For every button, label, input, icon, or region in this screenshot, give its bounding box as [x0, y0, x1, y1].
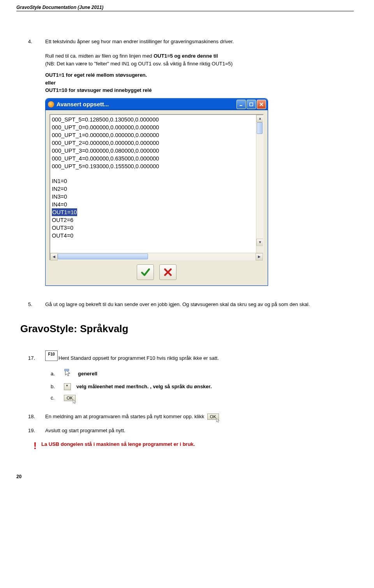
step-17a: a. generell	[51, 369, 354, 379]
list-item[interactable]: IN2=0	[52, 185, 262, 193]
list-item[interactable]: 000_UPT_5=0.193000,0.155500,0.000000	[52, 162, 262, 170]
list-item[interactable]: IN3=0	[52, 193, 262, 201]
list-item[interactable]: IN1=0	[52, 177, 262, 185]
doc-header: GravoStyle Documentation (June 2011)	[16, 5, 354, 11]
avansert-oppsett-window: Avansert oppsett... 000_SPT_5=0	[45, 98, 268, 286]
maximize-button[interactable]	[247, 100, 256, 109]
svg-rect-0	[240, 105, 242, 106]
warning-icon: !	[34, 441, 38, 451]
list-item[interactable]: OUT2=6	[52, 216, 262, 224]
rull-paragraph: Rull ned til ca. midten av filen og finn…	[45, 52, 354, 67]
window-titlebar[interactable]: Avansert oppsett...	[46, 99, 268, 110]
step-19-number: 19.	[28, 428, 38, 433]
ok-button-icon: OK	[64, 395, 76, 401]
sub-c-letter: c.	[51, 395, 58, 401]
scroll-up-button[interactable]: ▲	[256, 115, 263, 122]
step-17b: b. velg måleenhet med mer/Inch. , velg s…	[51, 383, 354, 390]
cursor-icon	[215, 418, 221, 424]
rull-line2: (NB: Det kan være to "felter" med IN1 og…	[45, 61, 233, 67]
cancel-button[interactable]	[159, 264, 176, 280]
scroll-thumb-horizontal[interactable]	[58, 254, 148, 259]
section-title-sprakvalg: GravoStyle: Språkvalg	[20, 323, 354, 335]
step-5: 5. Gå ut og lagre og bekreft til du kan …	[28, 301, 354, 307]
scroll-corner	[256, 246, 263, 253]
list-item[interactable]: OUT4=0	[52, 232, 262, 239]
config-listbox[interactable]: 000_SPT_5=0.128500,0.130500,0.000000 000…	[49, 114, 264, 261]
step-18-text: En meldning am at programvaren må starte…	[45, 414, 204, 419]
step-17: 17. F10Hent Standard oppsett for program…	[28, 350, 354, 361]
list-item-selected[interactable]: OUT1=10	[52, 208, 262, 216]
minimize-button[interactable]	[236, 100, 246, 109]
scroll-down-button[interactable]: ▼	[256, 239, 263, 246]
scroll-left-button[interactable]: ◀	[50, 253, 58, 261]
list-item[interactable]: 000_UPT_1=0.000000,0.000000,0.000000	[52, 131, 262, 139]
page-number: 20	[16, 474, 354, 479]
step-17c: c. OK	[51, 395, 354, 401]
out1-eller: eller	[45, 79, 354, 87]
cursor-icon	[64, 369, 72, 379]
list-item[interactable]: 000_UPT_3=0.000000,0.080000,0.000000	[52, 147, 262, 155]
ok-button-icon: OK	[207, 414, 219, 420]
step-18-number: 18.	[28, 414, 38, 419]
list-item[interactable]: 000_UPT_4=0.000000,0.635000,0.000000	[52, 155, 262, 162]
dropdown-icon	[64, 383, 71, 390]
warning-note: ! La USB dongelen stå i maskinen så leng…	[34, 441, 354, 451]
cursor-icon	[72, 399, 78, 405]
step-17-number: 17.	[28, 355, 38, 361]
close-button[interactable]	[257, 100, 266, 109]
out1-line-a: OUT1=1 for eget relé mellom støvsugeren.	[45, 71, 354, 79]
confirm-button[interactable]	[137, 264, 154, 280]
sub-b-letter: b.	[51, 384, 58, 389]
window-app-icon	[48, 101, 54, 107]
scroll-right-button[interactable]: ▶	[256, 253, 263, 261]
sub-b-text: velg måleenhet med mer/Inch. , velg så s…	[76, 384, 212, 389]
list-item[interactable]: OUT3=0	[52, 224, 262, 232]
vertical-scrollbar[interactable]: ▲ ▼	[256, 115, 263, 246]
scroll-thumb-vertical[interactable]	[257, 122, 263, 134]
step-4-text: Ett tekstvindu åpner seg hvor man endrer…	[45, 39, 234, 44]
svg-rect-2	[65, 369, 69, 371]
list-item[interactable]: IN4=0	[52, 201, 262, 208]
step-19: 19. Avslutt og start programmet på nytt.	[28, 428, 354, 433]
step-18: 18. En meldning am at programvaren må st…	[28, 414, 354, 420]
list-item[interactable]: 000_UPT_0=0.000000,0.000000,0.000000	[52, 123, 262, 131]
svg-rect-1	[250, 103, 253, 106]
step-19-text: Avslutt og start programmet på nytt.	[45, 428, 125, 433]
list-item[interactable]: 000_SPT_5=0.128500,0.130500,0.000000	[52, 116, 262, 123]
horizontal-scrollbar[interactable]: ◀ ▶	[50, 253, 263, 260]
step-17-text: Hent Standard oppsett for programmet F10…	[58, 355, 219, 361]
warning-text: La USB dongelen stå i maskinen så lenge …	[41, 441, 195, 447]
f10-key-icon: F10	[45, 350, 58, 361]
step-4: 4. Ett tekstvindu åpner seg hvor man end…	[28, 39, 354, 44]
rull-line1: Rull ned til ca. midten av filen og finn…	[45, 53, 153, 59]
list-item[interactable]: 000_UPT_2=0.000000,0.000000,0.000000	[52, 139, 262, 147]
step-5-number: 5.	[28, 301, 38, 307]
window-title: Avansert oppsett...	[56, 101, 236, 107]
step-5-text: Gå ut og lagre og bekreft til du kan sen…	[45, 301, 310, 307]
rull-bold: OUT1=5 og endre denne til	[153, 53, 218, 59]
sub-a-letter: a.	[51, 371, 58, 377]
step-4-number: 4.	[28, 39, 38, 44]
sub-a-text: generell	[78, 371, 97, 377]
out1-line-b: OUT1=10 for støvsuger med innebygget rel…	[45, 86, 354, 94]
